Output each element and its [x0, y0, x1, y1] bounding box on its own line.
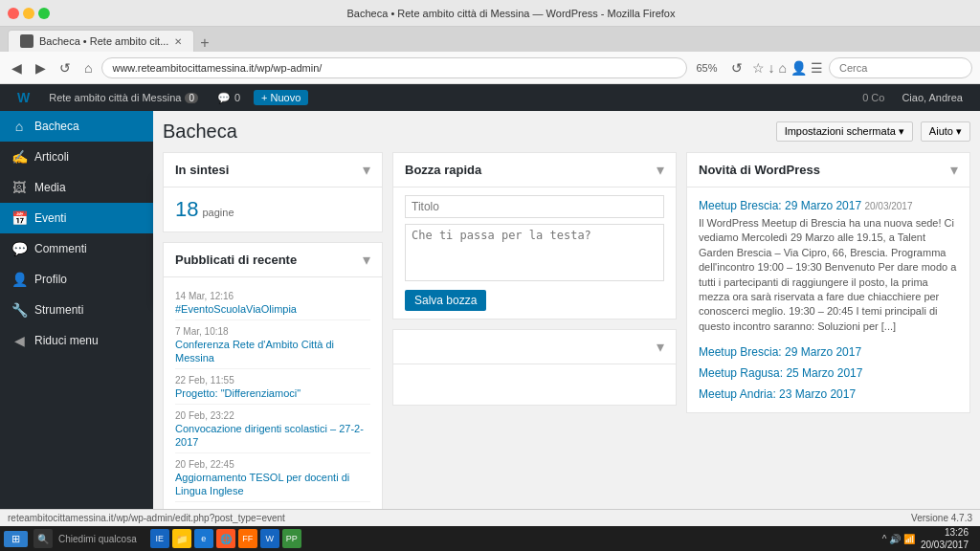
- articoli-icon: ✍: [10, 149, 29, 165]
- list-item: 22 Feb, 11:55 Progetto: "Differenziamoci…: [175, 369, 370, 405]
- news-link-2[interactable]: Meetup Brescia: 29 Marzo 2017: [699, 345, 861, 359]
- close-button[interactable]: [8, 8, 19, 19]
- tab-close-icon[interactable]: ✕: [174, 36, 182, 47]
- post-link[interactable]: Convocazione dirigenti scolastici – 27-2…: [175, 423, 364, 448]
- taskbar-edge-icon[interactable]: e: [194, 529, 213, 548]
- new-tab-button[interactable]: +: [200, 34, 209, 52]
- widget-column-left: In sintesi ▾ 18 pagine Pubblicati di rec…: [163, 152, 383, 511]
- sidebar-item-articoli[interactable]: ✍ Articoli: [0, 142, 153, 172]
- home-icon[interactable]: ⌂: [779, 60, 787, 76]
- taskbar-explorer-icon[interactable]: 📁: [172, 529, 191, 548]
- back-button[interactable]: ◀: [8, 58, 26, 77]
- profilo-icon: 👤: [10, 272, 29, 287]
- address-input[interactable]: [101, 57, 686, 78]
- minimize-button[interactable]: [23, 8, 34, 19]
- taskbar-ff-icon[interactable]: FF: [238, 529, 257, 548]
- browser-tab[interactable]: Bacheca • Rete ambito cit... ✕: [8, 30, 194, 52]
- list-item: Meetup Andria: 23 Marzo 2017: [699, 384, 958, 405]
- wp-admin-layout: ⌂ Bacheca ✍ Articoli 🖼 Media 📅 Eventi In…: [0, 111, 980, 526]
- list-item: Meetup Brescia: 29 Marzo 2017 20/03/2017…: [699, 195, 958, 342]
- addressbar-icons: ☆ ↓ ⌂ 👤 ☰: [752, 60, 823, 76]
- empty-toggle-icon[interactable]: ▾: [657, 338, 664, 356]
- maximize-button[interactable]: [38, 8, 50, 19]
- reload-button[interactable]: ↺: [56, 58, 75, 77]
- widget-bozza-title: Bozza rapida: [405, 163, 481, 177]
- widget-recenti-header[interactable]: Pubblicati di recente ▾: [164, 243, 382, 277]
- stat-pagine-label: pagine: [202, 207, 234, 218]
- widget-in-sintesi-title: In sintesi: [175, 163, 229, 177]
- recenti-toggle-icon[interactable]: ▾: [363, 251, 370, 269]
- tab-label: Bacheca • Rete ambito cit...: [39, 35, 168, 47]
- sidebar-item-profilo[interactable]: 👤 Profilo: [0, 264, 153, 295]
- empty-widget-header[interactable]: ▾: [393, 330, 676, 364]
- browser-addressbar: ◀ ▶ ↺ ⌂ 65% ↺ ☆ ↓ ⌂ 👤 ☰: [0, 52, 980, 84]
- window-controls[interactable]: [8, 8, 50, 19]
- new-content-button[interactable]: + Nuovo: [254, 90, 308, 105]
- draft-title-input[interactable]: [405, 195, 664, 218]
- screen-options-button[interactable]: Impostazioni schermata ▾: [776, 121, 913, 142]
- taskbar-ie-icon[interactable]: IE: [150, 529, 169, 548]
- widget-bozza-rapida: Bozza rapida ▾ Salva bozza: [392, 152, 677, 320]
- sidebar-item-riduci[interactable]: ◀ Riduci menu: [0, 325, 153, 356]
- news-link-1[interactable]: Meetup Brescia: 29 Marzo 2017: [699, 199, 861, 212]
- sidebar-item-bacheca[interactable]: ⌂ Bacheca: [0, 111, 153, 142]
- widget-recenti: Pubblicati di recente ▾ 14 Mar, 12:16 #E…: [163, 242, 383, 511]
- taskbar-word-icon[interactable]: W: [260, 529, 279, 548]
- list-item: 20 Feb, 23:22 Convocazione dirigenti sco…: [175, 405, 370, 453]
- search-input[interactable]: [829, 57, 972, 78]
- user-icon[interactable]: 👤: [791, 60, 807, 76]
- taskbar: ⊞ 🔍 Chiedimi qualcosa IE 📁 e 🌐 FF W PP ^…: [0, 526, 980, 551]
- wp-logo-item[interactable]: W: [8, 84, 39, 111]
- cache-indicator: 0 Co: [855, 92, 892, 103]
- post-link[interactable]: Conferenza Rete d'Ambito Città di Messin…: [175, 339, 334, 364]
- widget-novita-header[interactable]: Novità di WordPress ▾: [687, 153, 969, 187]
- comments-count: 0: [234, 92, 240, 103]
- post-link[interactable]: #EventoScuolaViaOlimpia: [175, 303, 297, 315]
- sidebar-item-media[interactable]: 🖼 Media: [0, 172, 153, 203]
- start-button[interactable]: ⊞: [4, 531, 28, 547]
- stat-row-pagine: 18 pagine: [175, 195, 370, 224]
- sidebar-item-strumenti[interactable]: 🔧 Strumenti: [0, 295, 153, 325]
- sidebar-item-eventi[interactable]: 📅 Eventi In sintesi Tutti gli eventi Add…: [0, 203, 153, 233]
- taskbar-app2-icon[interactable]: PP: [282, 529, 301, 548]
- home-button[interactable]: ⌂: [80, 58, 96, 77]
- widget-novita: Novità di WordPress ▾ Meetup Brescia: 29…: [686, 152, 970, 413]
- post-link[interactable]: Progetto: "Differenziamoci": [175, 387, 301, 399]
- post-date: 22 Feb, 11:55: [175, 375, 234, 386]
- page-header-right: Impostazioni schermata ▾ Aiuto ▾: [776, 121, 970, 142]
- post-link[interactable]: Aggiornamento TESOL per docenti di Lingu…: [175, 472, 349, 496]
- bozza-toggle-icon[interactable]: ▾: [657, 161, 664, 179]
- widget-in-sintesi-header[interactable]: In sintesi ▾: [164, 153, 382, 187]
- list-item: Meetup Ragusa: 25 Marzo 2017: [699, 363, 958, 384]
- comments-item[interactable]: 💬 0: [208, 84, 250, 111]
- dashboard-widgets: In sintesi ▾ 18 pagine Pubblicati di rec…: [163, 152, 970, 511]
- draft-content-textarea[interactable]: [405, 224, 664, 281]
- news-link-3[interactable]: Meetup Ragusa: 25 Marzo 2017: [699, 366, 862, 380]
- widget-bozza-header[interactable]: Bozza rapida ▾: [393, 153, 676, 187]
- bookmark-icon[interactable]: ☆: [752, 60, 765, 76]
- comment-icon: 💬: [217, 92, 231, 104]
- salva-bozza-button[interactable]: Salva bozza: [405, 290, 486, 311]
- taskbar-search-icon[interactable]: 🔍: [33, 529, 53, 548]
- wp-main-content: Bacheca Impostazioni schermata ▾ Aiuto ▾…: [153, 111, 980, 526]
- forward-button[interactable]: ▶: [32, 58, 50, 77]
- strumenti-icon: 🔧: [10, 302, 29, 318]
- taskbar-chrome-icon[interactable]: 🌐: [216, 529, 235, 548]
- browser-titlebar: Bacheca • Rete ambito città di Messina —…: [0, 0, 980, 27]
- taskbar-search-label[interactable]: Chiedimi qualcosa: [58, 534, 137, 544]
- news-link-4[interactable]: Meetup Andria: 23 Marzo 2017: [699, 387, 856, 401]
- wp-adminbar: W Rete ambito città di Messina 0 💬 0 + N…: [0, 84, 980, 111]
- sidebar-item-commenti[interactable]: 💬 Commenti: [0, 233, 153, 264]
- menu-icon[interactable]: ☰: [811, 60, 823, 76]
- help-button[interactable]: Aiuto ▾: [921, 121, 970, 142]
- greet-label: Ciao, Andrea: [892, 92, 972, 103]
- bacheca-icon: ⌂: [10, 119, 29, 134]
- riduci-icon: ◀: [10, 333, 29, 348]
- in-sintesi-toggle-icon[interactable]: ▾: [363, 161, 370, 179]
- novita-toggle-icon[interactable]: ▾: [950, 161, 958, 179]
- taskbar-right: ^ 🔊 📶 13:26 20/03/2017: [882, 526, 976, 551]
- refresh-icon[interactable]: ↺: [727, 58, 746, 77]
- site-name-item[interactable]: Rete ambito città di Messina 0: [39, 84, 208, 111]
- download-icon[interactable]: ↓: [768, 60, 775, 76]
- browser-title: Bacheca • Rete ambito città di Messina —…: [50, 8, 972, 19]
